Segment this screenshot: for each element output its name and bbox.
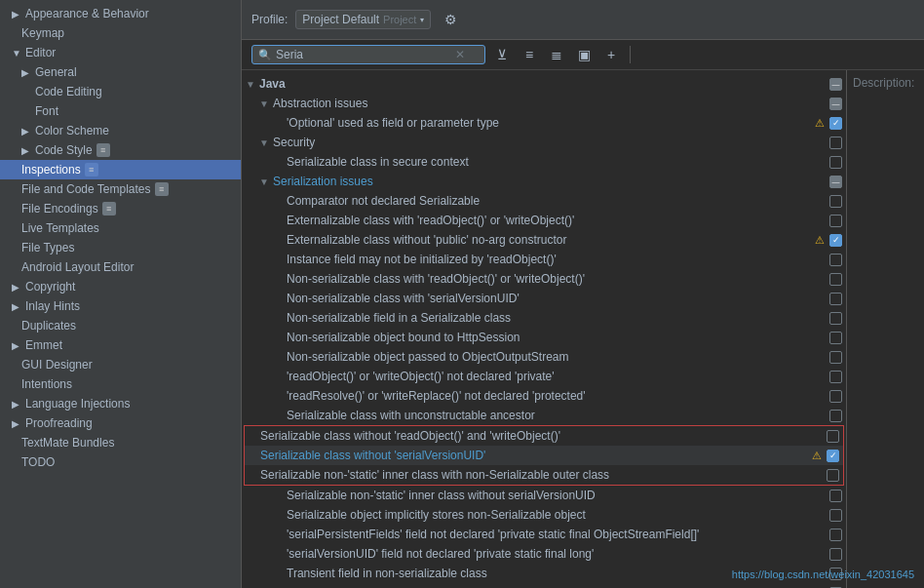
non-serial-http-checkbox[interactable] xyxy=(829,332,842,344)
align2-button[interactable]: ≣ xyxy=(546,44,567,65)
sidebar-item-proofreading[interactable]: ▶ Proofreading xyxy=(0,413,241,433)
sidebar-item-inlay-hints[interactable]: ▶ Inlay Hints xyxy=(0,296,241,316)
java-checkbox[interactable] xyxy=(829,78,842,91)
sidebar-item-general[interactable]: ▶ General xyxy=(0,62,241,82)
externalizable-noarg-checkbox[interactable] xyxy=(829,234,842,247)
filter-button[interactable]: ⊻ xyxy=(491,44,513,65)
main-content: Profile: Project Default Project ▾ ⚙ 🔍 ✕… xyxy=(242,0,924,588)
sidebar-item-label: File and Code Templates xyxy=(21,182,151,196)
inner-no-vuid-checkbox[interactable] xyxy=(829,490,842,502)
tree-item-instance-field[interactable]: Instance field may not be initialized by… xyxy=(242,250,846,269)
box-button[interactable]: ▣ xyxy=(573,44,595,65)
sidebar-item-file-code-templates[interactable]: File and Code Templates ≡ xyxy=(0,179,241,199)
tree-item-implicit-stores[interactable]: Serializable object implicitly stores no… xyxy=(242,505,846,525)
arrow-icon: ▼ xyxy=(246,79,259,90)
tree-item-non-serial-field[interactable]: Non-serializable field in a Serializable… xyxy=(242,308,846,328)
sidebar-item-code-editing[interactable]: Code Editing xyxy=(0,82,241,101)
sidebar-item-file-types[interactable]: File Types xyxy=(0,238,241,257)
tree-item-without-versionuid[interactable]: Serializable class without 'serialVersio… xyxy=(245,446,843,465)
tree-item-non-serial-http[interactable]: Non-serializable object bound to HttpSes… xyxy=(242,328,846,347)
align1-icon: ≡ xyxy=(525,47,533,62)
optional-field-checkbox[interactable] xyxy=(829,117,842,130)
sidebar-item-emmet[interactable]: ▶ Emmet xyxy=(0,335,241,355)
tree-group-serialization[interactable]: ▼ Serialization issues xyxy=(242,172,846,191)
tree-group-abstraction[interactable]: ▼ Abstraction issues xyxy=(242,94,846,113)
tree-item-versionuid-long[interactable]: 'serialVersionUID' field not declared 'p… xyxy=(242,544,846,564)
serialization-checkbox[interactable] xyxy=(829,176,842,188)
non-serial-rw-checkbox[interactable] xyxy=(829,273,842,286)
tree-item-unconstructable[interactable]: Serializable class with unconstructable … xyxy=(242,406,846,425)
sidebar-item-label: Inlay Hints xyxy=(25,299,80,313)
comparator-checkbox[interactable] xyxy=(829,195,842,208)
add-button[interactable]: + xyxy=(600,44,622,65)
checkbox-area: ⚠ xyxy=(815,234,842,247)
tree-item-persistent-fields[interactable]: 'serialPersistentFields' field not decla… xyxy=(242,525,846,544)
tree-item-inner-no-vuid[interactable]: Serializable non-'static' inner class wi… xyxy=(242,486,846,505)
non-serial-field-checkbox[interactable] xyxy=(829,312,842,325)
tree-item-externalizable-noarg[interactable]: Externalizable class without 'public' no… xyxy=(242,230,846,250)
without-readwrite-checkbox[interactable] xyxy=(827,430,839,443)
sidebar-item-code-style[interactable]: ▶ Code Style ≡ xyxy=(0,140,241,160)
sidebar-item-color-scheme[interactable]: ▶ Color Scheme xyxy=(0,121,241,140)
checkbox-area xyxy=(829,254,842,266)
sidebar-item-font[interactable]: Font xyxy=(0,101,241,121)
sidebar-item-intentions[interactable]: Intentions xyxy=(0,374,241,394)
tree-item-readobject-private[interactable]: 'readObject()' or 'writeObject()' not de… xyxy=(242,367,846,386)
tree-item-comparator[interactable]: Comparator not declared Serializable xyxy=(242,191,846,211)
sidebar-item-keymap[interactable]: Keymap xyxy=(0,23,241,43)
nonstatic-inner-checkbox[interactable] xyxy=(827,469,839,482)
tree-item-non-serial-rw[interactable]: Non-serializable class with 'readObject(… xyxy=(242,269,846,289)
unconstructable-checkbox[interactable] xyxy=(829,410,842,422)
checkbox-area xyxy=(829,215,842,227)
sidebar-item-copyright[interactable]: ▶ Copyright xyxy=(0,277,241,296)
sidebar-item-live-templates[interactable]: Live Templates xyxy=(0,218,241,238)
sidebar-item-file-encodings[interactable]: File Encodings ≡ xyxy=(0,199,241,218)
sidebar-item-android-layout[interactable]: Android Layout Editor xyxy=(0,257,241,277)
sidebar-item-duplicates[interactable]: Duplicates xyxy=(0,316,241,335)
sidebar-item-textmate-bundles[interactable]: TextMate Bundles xyxy=(0,433,241,452)
profile-select[interactable]: Project Default Project ▾ xyxy=(295,10,431,29)
sidebar-item-language-injections[interactable]: ▶ Language Injections xyxy=(0,394,241,413)
checkbox-area xyxy=(829,529,842,541)
persistent-fields-checkbox[interactable] xyxy=(829,529,842,541)
readresolve-protected-checkbox[interactable] xyxy=(829,390,842,403)
description-label: Description: xyxy=(853,76,914,90)
search-icon: 🔍 xyxy=(258,49,272,61)
implicit-stores-checkbox[interactable] xyxy=(829,509,842,522)
tree-item-non-serial-vuid[interactable]: Non-serializable class with 'serialVersi… xyxy=(242,289,846,308)
sidebar-item-todo[interactable]: TODO xyxy=(0,452,241,472)
tree-group-java[interactable]: ▼ Java xyxy=(242,74,846,94)
non-serial-oos-checkbox[interactable] xyxy=(829,351,842,364)
tree-group-security[interactable]: ▼ Security xyxy=(242,133,846,152)
externalizable-rw-checkbox[interactable] xyxy=(829,215,842,227)
chevron-down-icon: ▾ xyxy=(420,16,424,24)
tree-item-transient-notinit[interactable]: Transient field is not initialized on de… xyxy=(242,583,846,588)
align1-button[interactable]: ≡ xyxy=(519,44,540,65)
abstraction-checkbox[interactable] xyxy=(829,98,842,110)
tree-item-label: Non-serializable field in a Serializable… xyxy=(287,311,826,325)
tree-item-readresolve-protected[interactable]: 'readResolve()' or 'writeReplace()' not … xyxy=(242,386,846,406)
tree-item-label: Abstraction issues xyxy=(273,97,826,110)
tree-item-non-serial-oos[interactable]: Non-serializable object passed to Object… xyxy=(242,347,846,367)
tree-item-serializable-secure[interactable]: Serializable class in secure context xyxy=(242,152,846,172)
instance-field-checkbox[interactable] xyxy=(829,254,842,266)
serializable-secure-checkbox[interactable] xyxy=(829,156,842,169)
tree-item-nonstatic-inner[interactable]: Serializable non-'static' inner class wi… xyxy=(245,465,843,485)
non-serial-vuid-checkbox[interactable] xyxy=(829,293,842,305)
tree-item-externalizable-rw[interactable]: Externalizable class with 'readObject()'… xyxy=(242,211,846,230)
sidebar-item-editor[interactable]: ▼ Editor xyxy=(0,43,241,62)
checkbox-area xyxy=(829,293,842,305)
without-versionuid-checkbox[interactable] xyxy=(827,450,839,462)
sidebar-item-appearance[interactable]: ▶ Appearance & Behavior xyxy=(0,4,241,23)
sidebar-item-gui-designer[interactable]: GUI Designer xyxy=(0,355,241,374)
security-checkbox[interactable] xyxy=(829,137,842,149)
search-clear-button[interactable]: ✕ xyxy=(455,49,465,60)
checkbox-area xyxy=(829,410,842,422)
versionuid-long-checkbox[interactable] xyxy=(829,548,842,561)
readobject-private-checkbox[interactable] xyxy=(829,371,842,383)
gear-button[interactable]: ⚙ xyxy=(439,8,462,31)
tree-item-optional-field[interactable]: 'Optional' used as field or parameter ty… xyxy=(242,113,846,133)
tree-item-without-readwrite[interactable]: Serializable class without 'readObject()… xyxy=(245,426,843,446)
sidebar-item-inspections[interactable]: Inspections ≡ xyxy=(0,160,241,179)
search-input[interactable] xyxy=(276,48,451,61)
